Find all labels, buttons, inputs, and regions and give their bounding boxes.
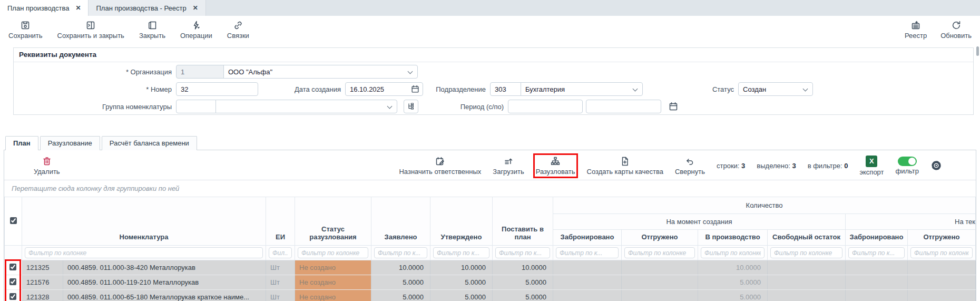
row-shipped-2: [908, 290, 976, 301]
status-select[interactable]: Создан: [738, 82, 813, 96]
number-input[interactable]: [176, 82, 258, 96]
table-row[interactable]: 121325 000.4859. 011.000-38-420 Металлор…: [5, 260, 976, 275]
registry-button[interactable]: Реестр: [905, 20, 927, 40]
filter-input-in-production[interactable]: [701, 247, 765, 258]
filter-cell: [768, 246, 846, 260]
close-icon[interactable]: ✕: [75, 4, 81, 12]
filter-toggle[interactable]: фильтр: [896, 157, 919, 175]
filter-input-to-plan[interactable]: [495, 247, 550, 258]
department-code-input[interactable]: [490, 82, 521, 96]
row-checkbox[interactable]: [9, 293, 16, 300]
scrollbar-thumb[interactable]: [976, 46, 979, 56]
row-checkbox[interactable]: [9, 264, 16, 270]
group-header-at-creation: На момент создания: [553, 214, 846, 230]
plan-grid-panel: Удалить Назначить ответственных Загрузит…: [4, 150, 976, 301]
tab-time-balance[interactable]: Расчёт баланса времени: [102, 136, 197, 150]
col-header-reserved-2[interactable]: Забронировано: [846, 230, 908, 246]
col-header-nomenclature[interactable]: Номенклатура: [22, 197, 266, 246]
row-unit: Шт: [266, 290, 295, 301]
chevron-down-icon: [408, 69, 413, 74]
app-tab-plan[interactable]: План производства ✕: [0, 0, 89, 16]
table-row[interactable]: 121328 000.4859. 011.000-65-180 Металлор…: [5, 290, 976, 301]
col-header-in-production[interactable]: В производство: [698, 230, 768, 246]
close-icon[interactable]: ✕: [193, 4, 198, 12]
save-button[interactable]: Сохранить: [8, 20, 43, 40]
explode-button[interactable]: Разузловать: [536, 156, 575, 176]
save-label: Сохранить: [8, 32, 43, 40]
col-header-requested[interactable]: Заявлено: [371, 197, 430, 246]
col-header-shipped-2[interactable]: Отгружено: [908, 230, 976, 246]
operations-button[interactable]: Операции: [180, 20, 212, 40]
filter-input-shipped-2[interactable]: [910, 247, 973, 258]
main-toolbar-right: Реестр Обновить: [905, 20, 972, 40]
explode-label: Разузловать: [536, 168, 575, 176]
tree-select-button[interactable]: [404, 100, 418, 113]
operations-label: Операции: [180, 32, 212, 40]
filter-cell: [430, 246, 493, 260]
col-header-to-plan[interactable]: Поставить в план: [493, 197, 553, 246]
number-label: * Номер: [14, 85, 176, 93]
document-plus-icon: [620, 156, 630, 167]
table-row[interactable]: 121576 000.4859. 011.000-119-210 Металло…: [5, 275, 976, 290]
filter-cell: [846, 246, 908, 260]
refresh-button[interactable]: Обновить: [940, 20, 972, 40]
assign-responsible-button[interactable]: Назначить ответственных: [399, 156, 481, 176]
chain-icon: [233, 20, 243, 31]
col-header-approved[interactable]: Утверждено: [430, 197, 493, 246]
grouping-hint[interactable]: Перетащите сюда колонку для группировки …: [4, 180, 976, 197]
app-tab-registry[interactable]: План производства - Реестр ✕: [89, 0, 205, 16]
filter-input-status[interactable]: [298, 247, 368, 258]
period-from-input[interactable]: [508, 100, 583, 113]
row-id: 121576: [22, 275, 63, 290]
registry-icon: [910, 20, 921, 31]
col-header-unit[interactable]: ЕИ: [266, 197, 295, 246]
organization-select[interactable]: ООО "Альфа": [223, 65, 418, 79]
period-calendar-button[interactable]: [666, 100, 681, 113]
rows-counter-value: 3: [741, 162, 745, 170]
assign-responsible-label: Назначить ответственных: [399, 168, 481, 176]
tab-time-balance-label: Расчёт баланса времени: [110, 139, 189, 147]
save-and-close-button[interactable]: Сохранить и закрыть: [57, 20, 124, 40]
nomenclature-group-select[interactable]: [215, 100, 397, 113]
filter-input-shipped-1[interactable]: [624, 247, 695, 258]
row-unit: Шт: [266, 275, 295, 290]
filter-cell: [266, 246, 295, 260]
filter-input-nomenclature[interactable]: [25, 247, 263, 258]
row-select-cell: [5, 260, 22, 275]
select-all-checkbox[interactable]: [10, 217, 17, 224]
row-checkbox[interactable]: [9, 278, 16, 285]
col-header-shipped-1[interactable]: Отгружено: [622, 230, 698, 246]
creation-date-label: Дата создания: [258, 85, 345, 93]
calendar-icon[interactable]: [410, 84, 420, 94]
tab-explosion[interactable]: Разузлование: [40, 136, 100, 150]
tab-plan[interactable]: План: [5, 136, 38, 150]
filter-input-unit[interactable]: [269, 247, 292, 258]
toggle-on-icon[interactable]: [898, 157, 917, 166]
col-header-reserved-1[interactable]: Забронировано: [553, 230, 622, 246]
filter-input-approved[interactable]: [433, 247, 489, 258]
export-button[interactable]: X экспорт: [859, 156, 884, 176]
filter-input-free-rest[interactable]: [770, 247, 842, 258]
delete-button[interactable]: Удалить: [34, 156, 60, 176]
collapse-button[interactable]: Свернуть: [675, 156, 705, 176]
filter-input-reserved-2[interactable]: [848, 247, 905, 258]
col-header-free-rest[interactable]: Свободный остаток: [768, 230, 846, 246]
upload-icon: [503, 156, 514, 167]
create-quality-cards-button[interactable]: Создать карты качества: [587, 156, 663, 176]
load-button[interactable]: Загрузить: [493, 156, 524, 176]
nomenclature-group-code-input[interactable]: [176, 100, 216, 113]
close-button[interactable]: Закрыть: [139, 20, 165, 40]
links-button[interactable]: Связки: [227, 20, 249, 40]
gear-icon[interactable]: [930, 160, 942, 171]
col-header-status[interactable]: Статус разузлования: [295, 197, 371, 246]
department-select[interactable]: Бухгалтерия: [521, 82, 643, 96]
period-to-input[interactable]: [586, 100, 661, 113]
row-nomenclature: 000.4859. 011.000-119-210 Металлорукав: [63, 275, 266, 290]
row-status-badge: Не создано: [295, 275, 371, 290]
row-id: 121325: [22, 260, 63, 275]
hierarchy-icon: [550, 156, 561, 167]
filter-input-reserved-1[interactable]: [556, 247, 619, 258]
filter-input-requested[interactable]: [374, 247, 427, 258]
row-reserved-1: [553, 260, 622, 275]
organization-code-input[interactable]: [176, 65, 224, 79]
